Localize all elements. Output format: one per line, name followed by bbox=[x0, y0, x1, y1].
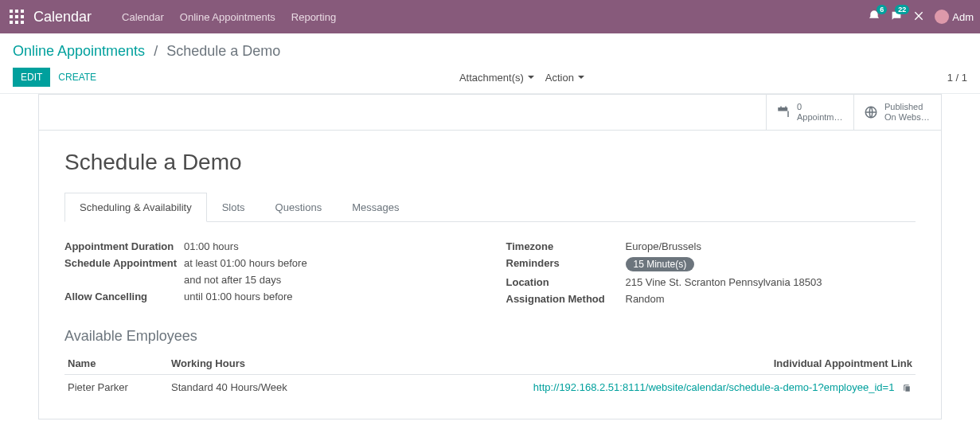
apps-icon[interactable] bbox=[10, 10, 24, 24]
action-dropdown[interactable]: Action bbox=[545, 72, 584, 84]
cancel-value: until 01:00 hours before bbox=[184, 291, 293, 302]
assignation-value: Random bbox=[626, 293, 665, 305]
create-button[interactable]: Create bbox=[58, 72, 96, 83]
stat-appointments-count: 0 bbox=[797, 102, 844, 112]
activity-badge: 6 bbox=[877, 5, 887, 14]
globe-icon bbox=[864, 105, 878, 119]
debug-icon[interactable] bbox=[912, 10, 925, 25]
duration-value: 01:00 hours bbox=[184, 240, 239, 252]
duration-label: Appointment Duration bbox=[64, 240, 184, 252]
tab-slots[interactable]: Slots bbox=[207, 193, 260, 222]
svg-rect-8 bbox=[21, 21, 24, 24]
top-navbar: Calendar Calendar Online Appointments Re… bbox=[0, 0, 980, 33]
control-panel: Online Appointments / Schedule a Demo Ed… bbox=[0, 33, 980, 94]
col-hours[interactable]: Working Hours bbox=[168, 353, 348, 375]
breadcrumb-parent[interactable]: Online Appointments bbox=[13, 43, 145, 59]
timezone-value: Europe/Brussels bbox=[626, 240, 701, 252]
svg-rect-1 bbox=[15, 10, 18, 13]
nav-link-reporting[interactable]: Reporting bbox=[283, 11, 344, 23]
avatar-icon bbox=[935, 10, 949, 24]
caret-down-icon bbox=[528, 76, 534, 79]
schedule-value-2: and not after 15 days bbox=[184, 274, 281, 286]
svg-rect-2 bbox=[21, 10, 24, 13]
svg-rect-5 bbox=[21, 15, 24, 18]
appointment-link[interactable]: http://192.168.2.51:8111/website/calenda… bbox=[533, 381, 895, 393]
brand-title[interactable]: Calendar bbox=[33, 9, 92, 25]
tab-messages[interactable]: Messages bbox=[337, 193, 414, 222]
col-link[interactable]: Individual Appointment Link bbox=[348, 353, 916, 375]
cancel-label: Allow Cancelling bbox=[64, 291, 184, 302]
location-value: 215 Vine St. Scranton Pennsylvania 18503 bbox=[626, 276, 822, 288]
breadcrumb-current: Schedule a Demo bbox=[166, 43, 280, 59]
schedule-label: Schedule Appointment bbox=[64, 257, 184, 269]
copy-icon[interactable] bbox=[902, 381, 912, 393]
attachments-dropdown[interactable]: Attachment(s) bbox=[459, 72, 534, 84]
col-name[interactable]: Name bbox=[64, 353, 168, 375]
reminders-label: Reminders bbox=[506, 257, 626, 269]
schedule-value-1: at least 01:00 hours before bbox=[184, 257, 307, 269]
timezone-label: Timezone bbox=[506, 240, 626, 252]
user-name: Adm bbox=[952, 11, 974, 23]
page-title: Schedule a Demo bbox=[64, 150, 916, 175]
breadcrumb-sep: / bbox=[154, 43, 158, 59]
stat-published-button[interactable]: Published On Websi… bbox=[853, 95, 941, 130]
messages-icon[interactable]: 22 bbox=[890, 10, 903, 25]
assignation-label: Assignation Method bbox=[506, 293, 626, 305]
stat-published-label2: On Websi… bbox=[884, 112, 931, 123]
stat-appointments-button[interactable]: 0 Appointme… bbox=[766, 95, 853, 130]
messages-badge: 22 bbox=[895, 5, 909, 14]
activity-icon[interactable]: 6 bbox=[868, 10, 880, 25]
calendar-icon bbox=[776, 105, 791, 119]
stat-published-label1: Published bbox=[884, 102, 931, 112]
stat-appointments-label: Appointme… bbox=[797, 112, 844, 123]
user-menu[interactable]: Adm bbox=[935, 10, 974, 24]
edit-button[interactable]: Edit bbox=[13, 68, 50, 87]
svg-rect-0 bbox=[10, 10, 13, 13]
table-row[interactable]: Pieter Parker Standard 40 Hours/Week htt… bbox=[64, 375, 916, 400]
employees-section-title: Available Employees bbox=[64, 328, 916, 345]
caret-down-icon bbox=[578, 76, 584, 79]
reminders-badge: 15 Minute(s) bbox=[626, 257, 695, 271]
cell-name: Pieter Parker bbox=[64, 375, 168, 400]
cell-hours: Standard 40 Hours/Week bbox=[168, 375, 348, 400]
svg-rect-3 bbox=[10, 15, 13, 18]
nav-link-calendar[interactable]: Calendar bbox=[114, 11, 172, 23]
tabs: Scheduling & Availability Slots Question… bbox=[64, 193, 916, 222]
svg-rect-7 bbox=[15, 21, 18, 24]
location-label: Location bbox=[506, 276, 626, 288]
svg-rect-6 bbox=[10, 21, 13, 24]
tab-questions[interactable]: Questions bbox=[260, 193, 338, 222]
employees-table: Name Working Hours Individual Appointmen… bbox=[64, 353, 916, 400]
pager[interactable]: 1 / 1 bbox=[947, 72, 967, 84]
nav-link-online-appointments[interactable]: Online Appointments bbox=[172, 11, 283, 23]
breadcrumb: Online Appointments / Schedule a Demo bbox=[13, 43, 967, 60]
tab-scheduling[interactable]: Scheduling & Availability bbox=[64, 193, 207, 222]
form-sheet: 0 Appointme… Published On Websi… Schedul… bbox=[38, 94, 942, 419]
svg-rect-4 bbox=[15, 15, 18, 18]
